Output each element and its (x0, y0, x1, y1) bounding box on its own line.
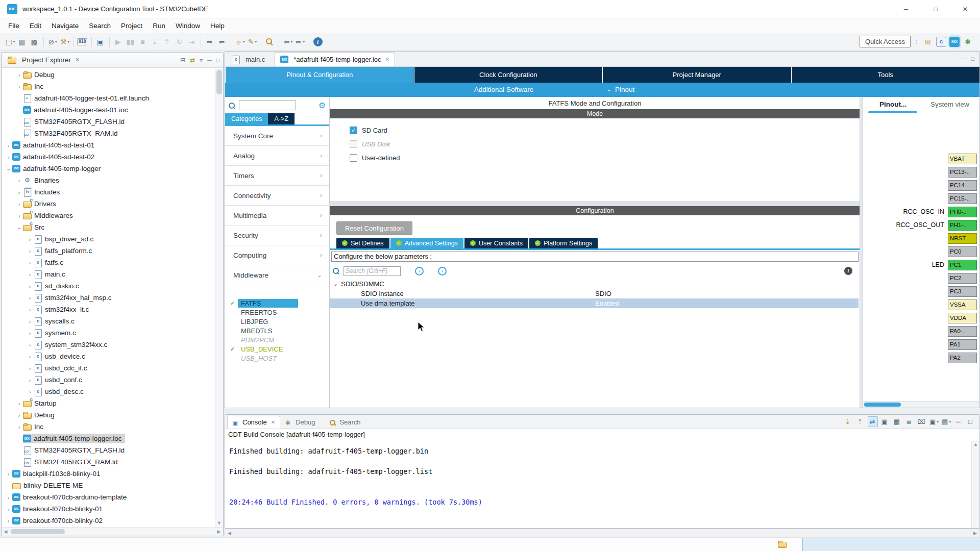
console-toolbar-icon[interactable]: ▣ (880, 416, 890, 427)
middleware-item[interactable]: USB_HOST (225, 354, 329, 363)
toolbar-icon[interactable] (231, 37, 231, 47)
expander-icon[interactable]: › (15, 412, 23, 418)
tree-item[interactable]: › Debug (2, 69, 215, 81)
explorer-toolbar-icon[interactable]: ─ (207, 57, 212, 64)
expander-icon[interactable]: › (15, 72, 23, 78)
expander-icon[interactable]: › (5, 471, 12, 477)
toolbar-icon[interactable]: ■ (137, 36, 149, 48)
gear-icon[interactable]: ⚙ (318, 102, 326, 110)
expander-icon[interactable]: › (26, 354, 34, 360)
explorer-vertical-scrollbar[interactable]: ▼ (215, 69, 223, 527)
expander-icon[interactable]: › (5, 154, 12, 160)
menu-item[interactable]: Window (170, 18, 205, 33)
menu-item[interactable]: Project (116, 18, 148, 33)
scrollbar-thumb[interactable] (11, 529, 65, 534)
toolbar-icon[interactable]: ▣ (95, 36, 106, 48)
toolbar-icon[interactable]: ▩ (29, 36, 40, 48)
toolbar-icon[interactable]: 010 (77, 36, 88, 48)
tree-item[interactable]: › adafruit-f405-sd-test-02 (2, 151, 215, 163)
mode-option[interactable]: User-defined (350, 152, 860, 163)
tree-item[interactable]: adafruit-f405-temp-logger.ioc (2, 433, 215, 444)
tree-item[interactable]: adafruit-f405-logger-test-01.elf.launch (2, 92, 215, 104)
pin[interactable]: PC14-.. (948, 180, 977, 191)
expander-icon[interactable]: › (5, 142, 12, 148)
console-tab[interactable]: Debug (280, 416, 324, 429)
tree-item[interactable]: › usbd_conf.c (2, 374, 215, 386)
toolbar-icon[interactable]: ▢▾ (5, 36, 16, 48)
tree-item[interactable]: › fatfs.c (2, 257, 215, 268)
console-tab[interactable]: Search (324, 416, 370, 429)
tree-item[interactable]: › Drivers (2, 198, 215, 210)
toolbar-icon[interactable]: ⇡ (162, 36, 173, 48)
middleware-item[interactable]: PDM2PCM (225, 335, 329, 344)
checkbox[interactable] (350, 127, 357, 134)
tree-item[interactable]: › breakout-f070cb-blinky-02 (2, 515, 215, 527)
tree-item[interactable]: › fatfs_platform.c (2, 245, 215, 257)
menu-item[interactable]: File (3, 18, 24, 33)
project-explorer-tab[interactable]: Project Explorer ✕ (5, 53, 83, 67)
configuration-tab[interactable]: Set Defines (336, 238, 389, 248)
expander-icon[interactable]: › (26, 248, 34, 254)
editor-horizontal-scrollbar[interactable]: ◀ ▶ (225, 529, 980, 537)
expander-icon[interactable]: › (26, 260, 34, 266)
toolbar-icon[interactable]: ▮▮ (125, 36, 136, 48)
expander-icon[interactable]: › (26, 271, 34, 278)
cubemx-top-tab[interactable]: Clock Configuration (414, 67, 603, 83)
expander-icon[interactable]: › (26, 307, 34, 313)
menu-item[interactable]: Edit (24, 18, 46, 33)
toolbar-icon[interactable]: ⇐ (216, 36, 228, 48)
explorer-toolbar-icon[interactable]: □ (216, 57, 220, 64)
tree-item[interactable]: blinky-DELETE-ME (2, 480, 215, 491)
toolbar-icon[interactable] (261, 37, 261, 47)
tree-item[interactable]: › Inc (2, 81, 215, 92)
info-icon[interactable]: i (844, 267, 852, 275)
configuration-tab[interactable]: Advanced Settings (390, 238, 463, 248)
console-vertical-scrollbar[interactable]: ▲ (971, 441, 979, 528)
console-toolbar-icon[interactable]: ⇡ (855, 416, 866, 427)
expander-icon[interactable]: › (5, 518, 12, 524)
console-toolbar-icon[interactable]: ─ (953, 416, 964, 427)
tree-item[interactable]: › usbd_desc.c (2, 386, 215, 397)
category-item[interactable]: Computing › (225, 245, 329, 265)
scroll-left-arrow-icon[interactable]: ◀ (228, 531, 231, 536)
scroll-right-arrow-icon[interactable]: ▶ (973, 531, 977, 536)
expander-icon[interactable]: ⌄ (15, 224, 23, 231)
expander-icon[interactable]: › (15, 84, 23, 90)
mode-option[interactable]: USB Disk (350, 138, 860, 149)
toolbar-icon[interactable]: ☼▾ (234, 36, 246, 48)
window-control-button[interactable]: ✕ (950, 0, 980, 18)
console-toolbar-icon[interactable]: ⇣ (843, 416, 853, 427)
pin[interactable]: PC3 (948, 286, 977, 297)
editor-bar-icon[interactable]: □ (971, 56, 974, 62)
reset-configuration-button[interactable]: Reset Configuration (336, 221, 412, 235)
tree-item[interactable]: › blackpill-f103c8-blinky-01 (2, 468, 215, 480)
categories-tab[interactable]: A->Z (268, 113, 294, 124)
scrollbar-thumb[interactable] (216, 70, 222, 94)
tree-item[interactable]: › sysmem.c (2, 327, 215, 339)
categories-search-input[interactable] (239, 101, 296, 110)
tree-item[interactable]: › adafruit-f405-sd-test-01 (2, 139, 215, 151)
toolbar-icon[interactable] (279, 37, 279, 47)
toolbar-icon[interactable] (91, 37, 92, 47)
pin[interactable]: PC13-.. (948, 167, 977, 178)
cubemx-top-tab[interactable]: Project Manager (602, 67, 791, 83)
perspective-icon[interactable]: ⊞ (923, 37, 933, 47)
configuration-tab[interactable]: User Constants (464, 238, 528, 248)
toolbar-icon[interactable]: ▶ (113, 36, 124, 48)
pin[interactable]: VBAT (948, 154, 977, 164)
explorer-toolbar-icon[interactable]: ▿ (200, 57, 203, 64)
console-toolbar-icon[interactable]: ≣ (904, 416, 915, 427)
scroll-up-arrow-icon[interactable]: ▲ (972, 442, 979, 447)
expander-icon[interactable]: › (15, 178, 23, 184)
category-item[interactable]: Analog › (225, 146, 329, 166)
expander-icon[interactable]: ⌄ (5, 165, 12, 172)
tree-item[interactable]: › usbd_cdc_if.c (2, 362, 215, 374)
toolbar-icon[interactable] (201, 37, 201, 47)
tree-item[interactable]: › breakout-f070cb-arduino-template (2, 491, 215, 503)
pinout-menu[interactable]: ⌄ Pinout (582, 86, 659, 93)
pin[interactable]: PC1 (948, 260, 977, 270)
tab-pinout[interactable]: Pinout... (879, 101, 906, 108)
expander-icon[interactable]: › (15, 213, 23, 219)
toolbar-icon[interactable]: ⊘▾ (47, 36, 58, 48)
editor-bar-icon[interactable]: ─ (961, 56, 965, 62)
